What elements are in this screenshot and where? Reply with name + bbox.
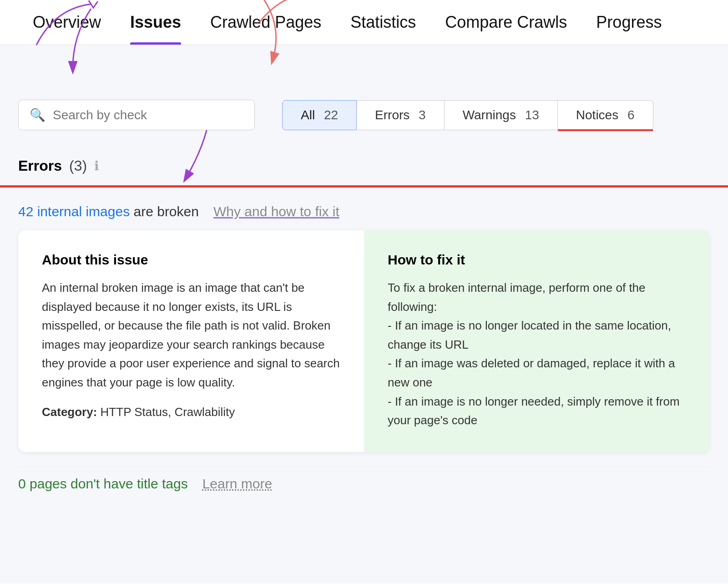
issue-row-1: 42 internal images are broken Why and ho… [18, 188, 710, 230]
nav-item-overview[interactable]: Overview [18, 0, 116, 45]
nav-item-statistics[interactable]: Statistics [336, 0, 430, 45]
info-card: About this issue An internal broken imag… [18, 230, 710, 452]
category-line: Category: HTTP Status, Crawlability [42, 405, 340, 419]
search-box: 🔍 [18, 100, 255, 130]
nav-item-issues[interactable]: Issues [116, 0, 196, 45]
learn-more-link[interactable]: Learn more [202, 476, 272, 492]
errors-section-header: Errors (3) ℹ [18, 147, 710, 185]
fix-title: How to fix it [388, 252, 686, 268]
filter-tab-errors[interactable]: Errors 3 [357, 100, 445, 130]
issue-row-2: 0 pages don't have title tags Learn more [18, 467, 710, 501]
app-container: Overview Issues Crawled Pages Statistics… [0, 0, 728, 584]
filter-tab-warnings[interactable]: Warnings 13 [445, 100, 558, 130]
about-title: About this issue [42, 252, 340, 268]
search-input[interactable] [53, 108, 243, 122]
why-fix-link[interactable]: Why and how to fix it [213, 204, 339, 219]
content-area: 🔍 All 22 Errors 3 Warnings 13 Notices [0, 45, 728, 584]
nav-item-crawled-pages[interactable]: Crawled Pages [196, 0, 336, 45]
nav-bar: Overview Issues Crawled Pages Statistics… [0, 0, 728, 45]
notices-underline [558, 129, 653, 131]
search-icon: 🔍 [30, 107, 46, 122]
no-title-tags-link[interactable]: 0 pages don't have title tags [18, 476, 188, 492]
broken-images-link[interactable]: 42 internal images are broken [18, 204, 199, 219]
nav-item-compare-crawls[interactable]: Compare Crawls [430, 0, 581, 45]
filter-tab-notices[interactable]: Notices 6 [558, 100, 653, 130]
about-body: An internal broken image is an image tha… [42, 279, 340, 392]
info-card-right: How to fix it To fix a broken internal i… [364, 230, 710, 452]
filter-tab-all[interactable]: All 22 [282, 100, 357, 130]
info-icon[interactable]: ℹ [94, 158, 99, 173]
filter-tabs: All 22 Errors 3 Warnings 13 Notices 6 [282, 100, 653, 130]
fix-body: To fix a broken internal image, perform … [388, 279, 686, 430]
nav-item-progress[interactable]: Progress [581, 0, 676, 45]
filter-row: 🔍 All 22 Errors 3 Warnings 13 Notices [18, 100, 710, 130]
info-card-left: About this issue An internal broken imag… [18, 230, 364, 452]
